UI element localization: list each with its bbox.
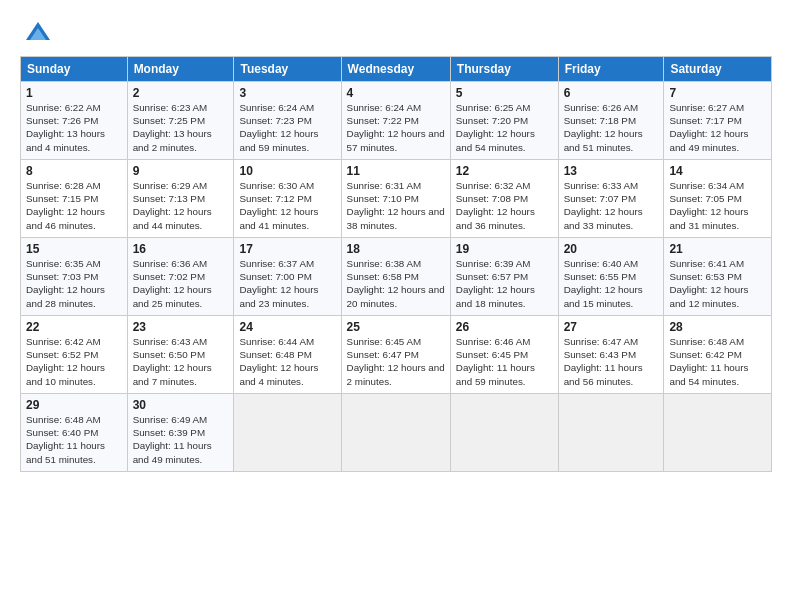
day-number: 5 [456, 86, 553, 100]
calendar-header-friday: Friday [558, 57, 664, 82]
day-cell [234, 394, 341, 472]
day-number: 6 [564, 86, 659, 100]
day-cell [341, 394, 450, 472]
day-cell: 10Sunrise: 6:30 AMSunset: 7:12 PMDayligh… [234, 160, 341, 238]
day-number: 20 [564, 242, 659, 256]
day-info: Sunrise: 6:43 AMSunset: 6:50 PMDaylight:… [133, 335, 229, 388]
day-number: 16 [133, 242, 229, 256]
day-number: 28 [669, 320, 766, 334]
day-cell [450, 394, 558, 472]
day-info: Sunrise: 6:33 AMSunset: 7:07 PMDaylight:… [564, 179, 659, 232]
day-info: Sunrise: 6:27 AMSunset: 7:17 PMDaylight:… [669, 101, 766, 154]
calendar-header-tuesday: Tuesday [234, 57, 341, 82]
day-info: Sunrise: 6:28 AMSunset: 7:15 PMDaylight:… [26, 179, 122, 232]
day-info: Sunrise: 6:47 AMSunset: 6:43 PMDaylight:… [564, 335, 659, 388]
day-number: 19 [456, 242, 553, 256]
day-info: Sunrise: 6:41 AMSunset: 6:53 PMDaylight:… [669, 257, 766, 310]
day-info: Sunrise: 6:25 AMSunset: 7:20 PMDaylight:… [456, 101, 553, 154]
day-number: 27 [564, 320, 659, 334]
day-cell: 6Sunrise: 6:26 AMSunset: 7:18 PMDaylight… [558, 82, 664, 160]
day-info: Sunrise: 6:42 AMSunset: 6:52 PMDaylight:… [26, 335, 122, 388]
day-cell: 18Sunrise: 6:38 AMSunset: 6:58 PMDayligh… [341, 238, 450, 316]
day-info: Sunrise: 6:48 AMSunset: 6:42 PMDaylight:… [669, 335, 766, 388]
calendar-header-sunday: Sunday [21, 57, 128, 82]
day-cell: 20Sunrise: 6:40 AMSunset: 6:55 PMDayligh… [558, 238, 664, 316]
day-cell: 27Sunrise: 6:47 AMSunset: 6:43 PMDayligh… [558, 316, 664, 394]
day-info: Sunrise: 6:46 AMSunset: 6:45 PMDaylight:… [456, 335, 553, 388]
day-info: Sunrise: 6:26 AMSunset: 7:18 PMDaylight:… [564, 101, 659, 154]
day-number: 13 [564, 164, 659, 178]
day-cell: 26Sunrise: 6:46 AMSunset: 6:45 PMDayligh… [450, 316, 558, 394]
day-cell: 16Sunrise: 6:36 AMSunset: 7:02 PMDayligh… [127, 238, 234, 316]
day-cell [558, 394, 664, 472]
day-cell: 17Sunrise: 6:37 AMSunset: 7:00 PMDayligh… [234, 238, 341, 316]
calendar-header-thursday: Thursday [450, 57, 558, 82]
day-number: 9 [133, 164, 229, 178]
day-cell: 11Sunrise: 6:31 AMSunset: 7:10 PMDayligh… [341, 160, 450, 238]
day-number: 7 [669, 86, 766, 100]
day-number: 30 [133, 398, 229, 412]
calendar-header-monday: Monday [127, 57, 234, 82]
day-cell: 29Sunrise: 6:48 AMSunset: 6:40 PMDayligh… [21, 394, 128, 472]
day-cell: 23Sunrise: 6:43 AMSunset: 6:50 PMDayligh… [127, 316, 234, 394]
day-info: Sunrise: 6:36 AMSunset: 7:02 PMDaylight:… [133, 257, 229, 310]
day-number: 21 [669, 242, 766, 256]
day-info: Sunrise: 6:29 AMSunset: 7:13 PMDaylight:… [133, 179, 229, 232]
day-info: Sunrise: 6:31 AMSunset: 7:10 PMDaylight:… [347, 179, 445, 232]
day-info: Sunrise: 6:24 AMSunset: 7:22 PMDaylight:… [347, 101, 445, 154]
day-info: Sunrise: 6:48 AMSunset: 6:40 PMDaylight:… [26, 413, 122, 466]
calendar-header-wednesday: Wednesday [341, 57, 450, 82]
day-number: 25 [347, 320, 445, 334]
day-number: 14 [669, 164, 766, 178]
day-cell: 9Sunrise: 6:29 AMSunset: 7:13 PMDaylight… [127, 160, 234, 238]
day-info: Sunrise: 6:49 AMSunset: 6:39 PMDaylight:… [133, 413, 229, 466]
day-cell: 24Sunrise: 6:44 AMSunset: 6:48 PMDayligh… [234, 316, 341, 394]
header [20, 18, 772, 46]
day-cell: 30Sunrise: 6:49 AMSunset: 6:39 PMDayligh… [127, 394, 234, 472]
day-cell: 3Sunrise: 6:24 AMSunset: 7:23 PMDaylight… [234, 82, 341, 160]
day-number: 15 [26, 242, 122, 256]
logo-icon [24, 18, 52, 46]
day-number: 1 [26, 86, 122, 100]
calendar-header-row: SundayMondayTuesdayWednesdayThursdayFrid… [21, 57, 772, 82]
calendar-header-saturday: Saturday [664, 57, 772, 82]
day-number: 26 [456, 320, 553, 334]
day-number: 8 [26, 164, 122, 178]
day-cell: 2Sunrise: 6:23 AMSunset: 7:25 PMDaylight… [127, 82, 234, 160]
calendar-body: 1Sunrise: 6:22 AMSunset: 7:26 PMDaylight… [21, 82, 772, 472]
day-cell: 19Sunrise: 6:39 AMSunset: 6:57 PMDayligh… [450, 238, 558, 316]
day-number: 2 [133, 86, 229, 100]
day-cell: 14Sunrise: 6:34 AMSunset: 7:05 PMDayligh… [664, 160, 772, 238]
day-number: 18 [347, 242, 445, 256]
day-info: Sunrise: 6:37 AMSunset: 7:00 PMDaylight:… [239, 257, 335, 310]
day-info: Sunrise: 6:24 AMSunset: 7:23 PMDaylight:… [239, 101, 335, 154]
day-number: 12 [456, 164, 553, 178]
week-row-4: 22Sunrise: 6:42 AMSunset: 6:52 PMDayligh… [21, 316, 772, 394]
day-cell [664, 394, 772, 472]
day-number: 17 [239, 242, 335, 256]
day-info: Sunrise: 6:23 AMSunset: 7:25 PMDaylight:… [133, 101, 229, 154]
day-cell: 28Sunrise: 6:48 AMSunset: 6:42 PMDayligh… [664, 316, 772, 394]
week-row-2: 8Sunrise: 6:28 AMSunset: 7:15 PMDaylight… [21, 160, 772, 238]
calendar-table: SundayMondayTuesdayWednesdayThursdayFrid… [20, 56, 772, 472]
page: SundayMondayTuesdayWednesdayThursdayFrid… [0, 0, 792, 612]
week-row-1: 1Sunrise: 6:22 AMSunset: 7:26 PMDaylight… [21, 82, 772, 160]
day-cell: 4Sunrise: 6:24 AMSunset: 7:22 PMDaylight… [341, 82, 450, 160]
day-number: 23 [133, 320, 229, 334]
day-info: Sunrise: 6:39 AMSunset: 6:57 PMDaylight:… [456, 257, 553, 310]
day-number: 24 [239, 320, 335, 334]
day-number: 11 [347, 164, 445, 178]
day-info: Sunrise: 6:44 AMSunset: 6:48 PMDaylight:… [239, 335, 335, 388]
day-info: Sunrise: 6:34 AMSunset: 7:05 PMDaylight:… [669, 179, 766, 232]
day-info: Sunrise: 6:32 AMSunset: 7:08 PMDaylight:… [456, 179, 553, 232]
week-row-3: 15Sunrise: 6:35 AMSunset: 7:03 PMDayligh… [21, 238, 772, 316]
day-number: 22 [26, 320, 122, 334]
day-info: Sunrise: 6:30 AMSunset: 7:12 PMDaylight:… [239, 179, 335, 232]
day-cell: 7Sunrise: 6:27 AMSunset: 7:17 PMDaylight… [664, 82, 772, 160]
day-cell: 12Sunrise: 6:32 AMSunset: 7:08 PMDayligh… [450, 160, 558, 238]
week-row-5: 29Sunrise: 6:48 AMSunset: 6:40 PMDayligh… [21, 394, 772, 472]
day-number: 4 [347, 86, 445, 100]
day-info: Sunrise: 6:38 AMSunset: 6:58 PMDaylight:… [347, 257, 445, 310]
day-cell: 15Sunrise: 6:35 AMSunset: 7:03 PMDayligh… [21, 238, 128, 316]
day-cell: 8Sunrise: 6:28 AMSunset: 7:15 PMDaylight… [21, 160, 128, 238]
